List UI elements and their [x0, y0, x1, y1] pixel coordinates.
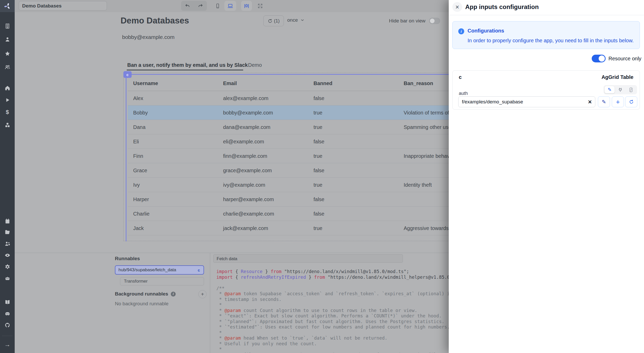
background-runnables-header: Background runnables i [115, 291, 176, 297]
table-cell: charlie@example.com [223, 211, 274, 217]
table-cell: false [313, 138, 324, 144]
refresh-icon [629, 99, 634, 104]
edit-resource-button[interactable]: ✎ [598, 96, 610, 107]
table-cell: dana@example.com [223, 124, 270, 130]
canvas-header: Demo Databases (1) once Hide bar on view [15, 12, 449, 30]
code-editor[interactable]: import { Resource } from "https://deno.l… [216, 269, 449, 353]
refresh-button[interactable]: (1) [263, 15, 284, 26]
sidebar-item-audit[interactable] [0, 251, 15, 260]
sidebar-item-user[interactable] [0, 35, 15, 44]
sidebar-item-variables[interactable]: $ [0, 108, 15, 117]
undo-redo-group [181, 1, 207, 11]
resource-input[interactable]: f/examples/demo_supabase ✕ [458, 96, 595, 107]
table-cell: Inappropriate behavior [404, 153, 449, 159]
table-cell: Spamming other users [404, 124, 449, 130]
sidebar-item-schedules[interactable] [0, 216, 15, 226]
undo-button[interactable] [182, 1, 193, 11]
sidebar-item-workspace[interactable] [0, 21, 15, 31]
sidebar-item-runs[interactable] [0, 95, 15, 105]
runnable-item-selected[interactable]: hub/943/supabase/fetch_data c [115, 265, 204, 275]
dollar-icon: $ [6, 109, 9, 116]
topbar: |0| [15, 0, 449, 12]
sidebar-item-resources[interactable] [0, 120, 15, 130]
sidebar-item-workers[interactable] [0, 239, 15, 248]
table-cell: Bobby [133, 110, 148, 116]
resource-only-toggle[interactable] [592, 55, 606, 62]
table-row[interactable]: Alexalex@example.comfalse [128, 91, 449, 105]
static-mode-button[interactable]: ✎ [605, 86, 615, 93]
sidebar-divider [2, 336, 13, 336]
code-line: * timestamp in seconds. [216, 297, 449, 302]
table-row[interactable]: Bobbybobby@example.comtrueViolation of t… [128, 105, 449, 120]
schedule-select[interactable]: once [287, 17, 304, 23]
sidebar-item-docs[interactable] [0, 298, 15, 307]
laptop-icon [227, 3, 233, 9]
close-drawer-button[interactable]: × [452, 2, 462, 12]
fullscreen-button[interactable] [255, 1, 266, 11]
runnable-name-input[interactable]: Fetch data [213, 254, 403, 263]
sidebar-collapse-button[interactable]: → [0, 340, 15, 349]
sidebar-item-github[interactable] [0, 321, 15, 330]
table-row[interactable]: Danadana@example.comtrueSpamming other u… [128, 120, 449, 134]
arrow-right-icon: → [4, 341, 11, 348]
clear-icon[interactable]: ✕ [588, 99, 592, 105]
sidebar-item-home[interactable] [0, 83, 15, 93]
table-cell: false [313, 211, 324, 217]
sidebar-item-folders[interactable] [0, 227, 15, 237]
app-inputs-drawer: × App inputs configuration i Configurati… [449, 0, 644, 353]
eval-mode-button[interactable]: f [626, 86, 636, 93]
table-row[interactable]: Ivyivy@example.comtrueIdentity theft [128, 178, 449, 192]
center-align-button[interactable]: |0| [241, 1, 252, 11]
text-component[interactable]: bobby@example.com [122, 34, 174, 40]
hide-bar-row: Hide bar on view [389, 18, 440, 24]
tab-ban-user[interactable]: Ban a user, notify them by email, and us… [127, 62, 248, 68]
cubes-icon [4, 122, 11, 128]
component-id: c [459, 74, 462, 80]
refresh-resource-button[interactable] [625, 96, 637, 107]
sidebar-item-groups[interactable] [0, 62, 15, 72]
tab-demo[interactable]: Demo [248, 62, 262, 68]
table-row[interactable]: Jackjack@example.comtrueAggressive towar… [128, 221, 449, 235]
table-cell: Alex [133, 95, 143, 101]
mobile-view-button[interactable] [212, 1, 223, 11]
column-header-ban_reason[interactable]: Ban_reason [404, 80, 433, 86]
table-cell: Dana [133, 124, 146, 130]
info-body: In order to properly configure the app, … [468, 38, 634, 44]
table-row[interactable]: Charliecharlie@example.comfalse [128, 207, 449, 221]
windmill-logo-icon[interactable] [0, 0, 15, 12]
aggrid-table: UsernameEmailBannedBan_reason Alexalex@e… [128, 76, 449, 235]
app-name-input[interactable] [19, 1, 107, 11]
plug-icon [618, 87, 623, 92]
code-line: * [216, 330, 449, 336]
column-header-banned[interactable]: Banned [313, 80, 332, 86]
code-line [216, 280, 449, 286]
table-row[interactable]: Gracegrace@example.comfalse [128, 163, 449, 178]
code-panel: Fetch data import { Resource } from "htt… [210, 253, 449, 353]
pencil-icon: ✎ [608, 87, 612, 93]
sidebar-item-favorites[interactable] [0, 49, 15, 58]
sidebar-item-settings[interactable] [0, 262, 15, 272]
add-background-runnable-button[interactable]: + [198, 290, 207, 298]
code-line: * [216, 302, 449, 308]
gear-icon [4, 264, 11, 270]
column-header-username[interactable]: Username [133, 80, 158, 86]
table-row[interactable]: Finnfinn@example.comtrueInappropriate be… [128, 149, 449, 163]
column-header-email[interactable]: Email [223, 80, 237, 86]
sidebar-item-discord[interactable] [0, 309, 15, 318]
add-resource-button[interactable]: + [612, 96, 624, 107]
page-title: Demo Databases [121, 16, 189, 26]
connect-mode-button[interactable] [615, 86, 625, 93]
table-row[interactable]: Elieli@example.comfalse [128, 134, 449, 149]
sidebar-item-ai[interactable] [0, 274, 15, 283]
selected-component-badge[interactable]: c [123, 71, 132, 78]
runnable-item-transformer[interactable]: Transformer [120, 277, 204, 285]
redo-button[interactable] [195, 1, 206, 11]
calendar-icon [4, 218, 11, 224]
desktop-view-button[interactable] [224, 1, 236, 11]
table-header-row: UsernameEmailBannedBan_reason [128, 76, 449, 91]
drawer-title: App inputs configuration [465, 3, 539, 11]
table-row[interactable]: Harperharper@example.comfalse [128, 192, 449, 207]
hide-bar-toggle[interactable] [429, 18, 440, 24]
background-runnables-empty: No background runnable [115, 301, 168, 307]
table-cell: true [313, 153, 322, 159]
